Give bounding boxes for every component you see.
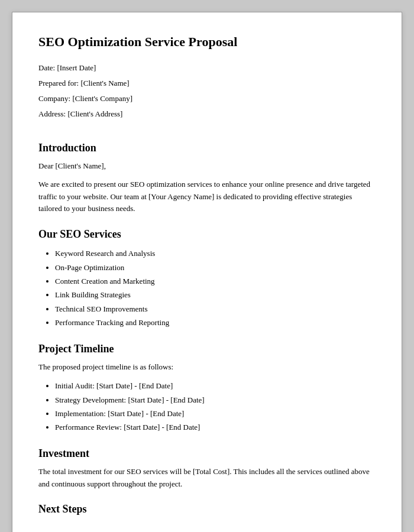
list-item: Performance Tracking and Reporting	[55, 316, 376, 329]
list-item: Keyword Research and Analysis	[55, 246, 376, 260]
list-item: Technical SEO Improvements	[55, 302, 376, 316]
list-item: Link Building Strategies	[55, 288, 376, 301]
list-item: Implementation: [Start Date] - [End Date…	[55, 407, 376, 420]
project-timeline-list: Initial Audit: [Start Date] - [End Date]…	[38, 379, 376, 434]
introduction-body: We are excited to present our SEO optimi…	[38, 179, 376, 215]
meta-date: Date: [Insert Date]	[38, 61, 376, 74]
next-steps-heading: Next Steps	[38, 503, 376, 515]
meta-address: Address: [Client's Address]	[38, 108, 376, 121]
introduction-salutation: Dear [Client's Name],	[38, 160, 376, 173]
project-timeline-intro: The proposed project timeline is as foll…	[38, 361, 376, 374]
project-timeline-heading: Project Timeline	[38, 343, 376, 355]
investment-heading: Investment	[38, 447, 376, 460]
list-item: Performance Review: [Start Date] - [End …	[55, 420, 376, 434]
meta-company: Company: [Client's Company]	[38, 92, 376, 105]
seo-services-list: Keyword Research and Analysis On-Page Op…	[38, 246, 376, 329]
list-item: Content Creation and Marketing	[55, 274, 376, 288]
introduction-heading: Introduction	[38, 142, 376, 154]
document-container: SEO Optimization Service Proposal Date: …	[12, 12, 402, 532]
seo-services-heading: Our SEO Services	[38, 228, 376, 241]
list-item: On-Page Optimization	[55, 261, 376, 274]
document-title: SEO Optimization Service Proposal	[38, 34, 376, 51]
list-item: Strategy Development: [Start Date] - [En…	[55, 393, 376, 407]
meta-section: Date: [Insert Date] Prepared for: [Clien…	[38, 61, 376, 121]
meta-prepared-for: Prepared for: [Client's Name]	[38, 77, 376, 90]
investment-body: The total investment for our SEO service…	[38, 466, 376, 491]
list-item: Initial Audit: [Start Date] - [End Date]	[55, 379, 376, 392]
